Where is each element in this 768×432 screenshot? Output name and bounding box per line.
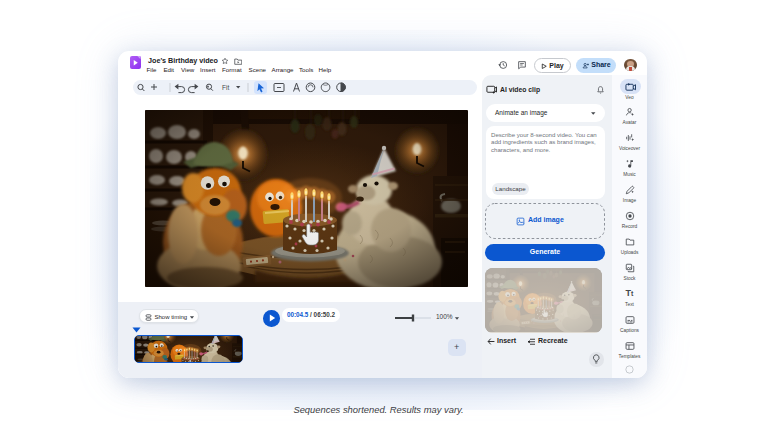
svg-text:Fit: Fit bbox=[222, 83, 229, 90]
